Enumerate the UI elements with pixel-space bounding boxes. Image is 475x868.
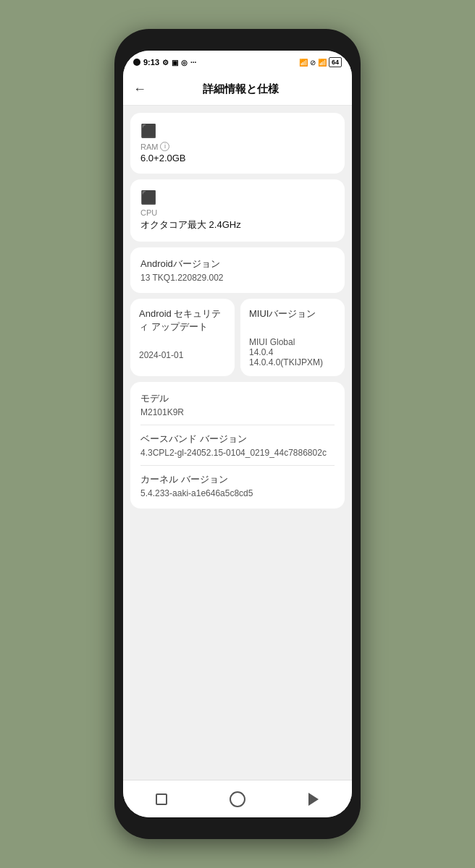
location-icon: ◎	[181, 59, 188, 67]
wifi-icon2: 📶	[318, 59, 327, 67]
chip-icon-cpu: ⬛	[140, 190, 335, 205]
status-time: 9:13	[143, 58, 159, 67]
baseband-label: ベースバンド バージョン	[140, 433, 335, 446]
ram-value: 6.0+2.0GB	[140, 153, 335, 163]
chip-icon-ram: ⬛	[140, 123, 335, 139]
miui-version-card: MIUIバージョン MIUI Global 14.0.4 14.0.4.0(TK…	[240, 299, 345, 376]
back-button[interactable]: ←	[133, 82, 146, 97]
status-bar: 9:13 ⚙ ▣ ◎ ··· 📶 ⊘ 📶 64	[123, 51, 352, 74]
battery-indicator: 64	[329, 57, 342, 67]
cpu-label: CPU	[140, 208, 335, 217]
ram-info-icon[interactable]: i	[160, 142, 169, 151]
content-area: ⬛ RAM i 6.0+2.0GB ⬛ CPU オクタコア最大 2.4GHz A…	[123, 106, 352, 780]
settings-icon: ⚙	[162, 59, 169, 67]
more-icon: ···	[190, 59, 196, 67]
phone-screen: 9:13 ⚙ ▣ ◎ ··· 📶 ⊘ 📶 64 ← 詳細情報と仕様 ⬛	[123, 51, 352, 817]
android-version-value: 13 TKQ1.220829.002	[140, 273, 335, 283]
divider-1	[140, 425, 335, 425]
miui-version-value: MIUI Global 14.0.4 14.0.4.0(TKIJPXM)	[249, 337, 336, 367]
model-value: M2101K9R	[140, 407, 335, 417]
recent-apps-button[interactable]	[151, 789, 172, 809]
security-update-value: 2024-01-01	[139, 350, 226, 360]
back-nav-button[interactable]	[303, 789, 324, 809]
ram-card: ⬛ RAM i 6.0+2.0GB	[130, 113, 345, 174]
miui-version-label: MIUIバージョン	[249, 307, 336, 320]
page-header: ← 詳細情報と仕様	[123, 74, 352, 106]
baseband-value: 4.3CPL2-gl-24052.15-0104_0219_44c7886802…	[140, 448, 335, 458]
camera-dot	[133, 59, 140, 66]
status-right: 📶 ⊘ 📶 64	[299, 57, 342, 67]
divider-2	[140, 465, 335, 466]
security-miui-row: Android セキュリティ アップデート 2024-01-01 MIUIバージ…	[130, 299, 345, 376]
home-button[interactable]	[227, 789, 248, 809]
security-update-label: Android セキュリティ アップデート	[139, 307, 226, 333]
android-version-card: Androidバージョン 13 TKQ1.220829.002	[130, 247, 345, 293]
notification-icon: ▣	[172, 59, 178, 67]
android-version-label: Androidバージョン	[140, 258, 335, 271]
status-left: 9:13 ⚙ ▣ ◎ ···	[133, 58, 196, 67]
back-nav-icon	[308, 793, 319, 806]
wifi-icon: ⊘	[310, 59, 316, 67]
kernel-value: 5.4.233-aaki-a1e646a5c8cd5	[140, 488, 335, 498]
cpu-card: ⬛ CPU オクタコア最大 2.4GHz	[130, 179, 345, 242]
phone-device: 9:13 ⚙ ▣ ◎ ··· 📶 ⊘ 📶 64 ← 詳細情報と仕様 ⬛	[114, 29, 361, 839]
kernel-label: カーネル バージョン	[140, 473, 335, 486]
recent-apps-icon	[156, 793, 167, 805]
security-update-card: Android セキュリティ アップデート 2024-01-01	[130, 299, 235, 376]
signal-icon: 📶	[299, 59, 308, 67]
device-info-card: モデル M2101K9R ベースバンド バージョン 4.3CPL2-gl-240…	[130, 382, 345, 509]
cpu-value: オクタコア最大 2.4GHz	[140, 218, 335, 231]
model-label: モデル	[140, 392, 335, 405]
ram-label: RAM i	[140, 142, 335, 151]
home-icon	[230, 791, 245, 807]
page-title: 詳細情報と仕様	[161, 82, 320, 96]
bottom-navigation	[123, 780, 352, 817]
